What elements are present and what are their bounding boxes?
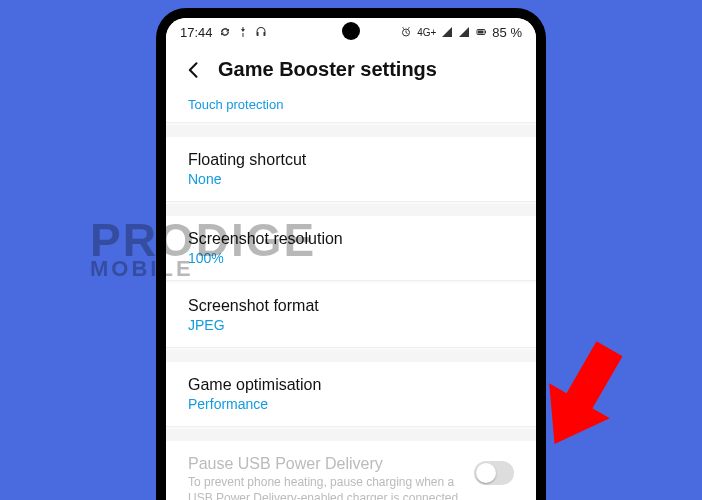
svg-rect-2: [478, 31, 484, 34]
svg-rect-3: [485, 31, 486, 33]
page-title: Game Booster settings: [218, 58, 437, 81]
toggle-knob: [476, 463, 496, 483]
usb-icon: [237, 26, 249, 38]
screenshot-resolution-item[interactable]: Screenshot resolution 100%: [166, 216, 536, 281]
pause-usb-toggle[interactable]: [474, 461, 514, 485]
screenshot-format-item[interactable]: Screenshot format JPEG: [166, 283, 536, 348]
game-optimisation-item[interactable]: Game optimisation Performance: [166, 362, 536, 427]
settings-list: Touch protection Floating shortcut None …: [166, 97, 536, 500]
item-sub: Touch protection: [188, 97, 514, 112]
item-title: Game optimisation: [188, 376, 514, 394]
sync-icon: [219, 26, 231, 38]
signal-icon-2: [458, 26, 470, 38]
screen: 17:44 4G+ 85 % Game Booster settings Tou…: [166, 18, 536, 500]
touch-protection-item[interactable]: Touch protection: [166, 97, 536, 123]
signal-icon: [441, 26, 453, 38]
network-label: 4G+: [417, 27, 436, 38]
floating-shortcut-item[interactable]: Floating shortcut None: [166, 137, 536, 202]
title-bar: Game Booster settings: [166, 46, 536, 97]
back-icon[interactable]: [184, 60, 204, 80]
item-sub: Performance: [188, 396, 514, 412]
item-sub: JPEG: [188, 317, 514, 333]
item-sub: 100%: [188, 250, 514, 266]
item-title: Screenshot format: [188, 297, 514, 315]
battery-percent: 85 %: [492, 25, 522, 40]
camera-notch: [342, 22, 360, 40]
status-time: 17:44: [180, 25, 213, 40]
battery-icon: [475, 26, 487, 38]
headphone-icon: [255, 26, 267, 38]
item-title: Floating shortcut: [188, 151, 514, 169]
pause-usb-item[interactable]: Pause USB Power Delivery To prevent phon…: [166, 441, 536, 500]
phone-frame: 17:44 4G+ 85 % Game Booster settings Tou…: [156, 8, 546, 500]
item-title: Screenshot resolution: [188, 230, 514, 248]
alarm-icon: [400, 26, 412, 38]
item-sub: None: [188, 171, 514, 187]
item-description: To prevent phone heating, pause charging…: [188, 475, 474, 500]
item-title: Pause USB Power Delivery: [188, 455, 474, 473]
